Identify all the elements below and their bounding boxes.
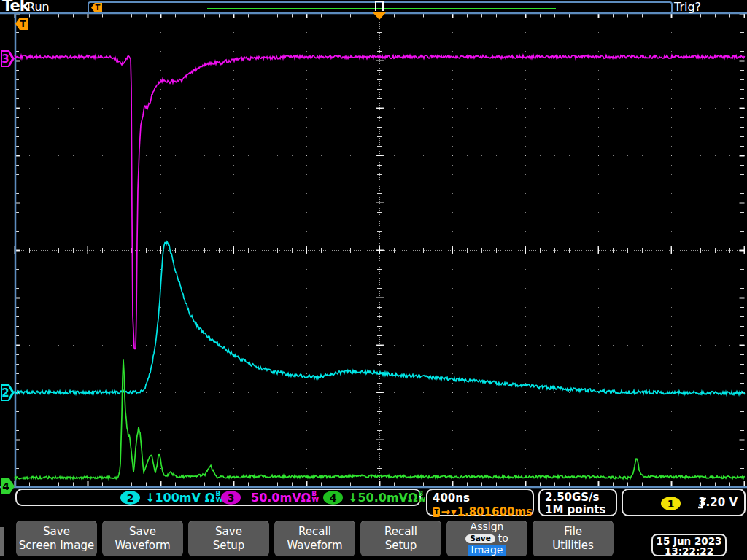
record-trigger-marker-icon: T [91,3,102,12]
delay-value: 1.801600ms [457,505,533,518]
ch4-scale: ↓50.0mV [348,491,408,505]
trigger-readout: 1 3.20 V [622,489,746,516]
button-label: to [498,532,508,544]
button-label: Waveform [287,539,342,553]
button-label: Assign [471,521,504,533]
recall-waveform-button[interactable]: Recall Waveform [274,521,355,556]
button-label: Utilities [552,539,593,553]
assign-target-highlight: Image [468,545,506,556]
channel-readout-bar: 2 ↓100mV Ω BW 3 50.0mV Ω BW 4 ↓50.0mV Ω … [15,489,421,506]
ch3-bandwidth-icon: BW [311,491,319,502]
date: 15 Jun 2023 [653,536,725,546]
button-label-row: Saveto [465,533,508,545]
button-label: Recall [298,525,331,539]
record-length: 1M points [545,504,616,516]
ch3-readout: 3 50.0mV Ω BW [221,491,319,505]
waveform-display [0,0,747,560]
bezel-notch [0,527,4,556]
ch4-coupling: Ω [408,491,418,505]
tek-logo: Tek [2,0,29,15]
button-label: Setup [385,539,417,553]
save-setup-button[interactable]: Save Setup [188,521,269,556]
button-label: Save [43,525,70,539]
button-label: Screen Image [19,539,94,553]
trigger-t-icon: T [433,508,440,517]
ch4-badge: 4 [323,491,343,505]
trigger-source-badge: 1 [661,497,681,510]
save-key-icon: Save [465,534,495,543]
save-waveform-button[interactable]: Save Waveform [102,521,183,556]
expansion-point-icon [373,12,386,20]
ch2-marker-label: 2 [1,384,10,401]
button-label: Save [215,525,242,539]
ch3-marker-label: 3 [1,50,10,67]
acquisition-readout: 2.50GS/s 1M points [538,489,617,516]
trigger-status: Trig? [674,0,701,14]
waveform-ch4 [15,359,745,478]
button-label: Recall [384,525,417,539]
button-label: Waveform [115,539,170,553]
button-label: Save [129,525,156,539]
graticule [0,13,747,488]
ch3-coupling: Ω [301,491,311,505]
acquisition-status: Run [27,0,50,14]
recall-setup-button[interactable]: Recall Setup [360,521,441,556]
time: 13:22:22 [653,546,725,556]
ch2-scale: ↓100mV [145,491,201,505]
ch3-scale: 50.0mV [251,491,301,505]
button-label: File [564,525,582,539]
oscilloscope-screen: Tek Run Trig? T T 3 2 4 2 ↓100mV Ω BW 3 … [0,0,747,560]
file-utilities-button[interactable]: File Utilities [533,521,614,556]
assign-save-button[interactable]: Assign Saveto Image [446,521,527,556]
ch2-badge: 2 [120,491,140,505]
sample-rate: 2.50GS/s [545,491,616,504]
ch4-readout: 4 ↓50.0mV Ω BW [323,491,425,505]
waveform-ch3 [15,55,745,349]
save-screen-image-button[interactable]: Save Screen Image [16,521,97,556]
trigger-level: 3.20 V [698,496,738,509]
horizontal-readout: 400ns T → ▼ 1.801600ms [426,489,534,516]
ch2-readout: 2 ↓100mV Ω BW [120,491,222,505]
delay-readout: T → ▼ 1.801600ms [433,505,533,518]
ch2-coupling: Ω [205,491,215,505]
datetime-display: 15 Jun 2023 13:22:22 [651,534,727,556]
record-window-bracket-icon [375,1,384,11]
arrow-icon: → [441,505,450,518]
ch4-bandwidth-icon: BW [419,491,426,502]
horizontal-scale: 400ns [433,491,533,505]
ch3-badge: 3 [221,491,241,505]
reference-marker-icon: ▼ [451,508,457,516]
button-label: Setup [213,539,245,553]
